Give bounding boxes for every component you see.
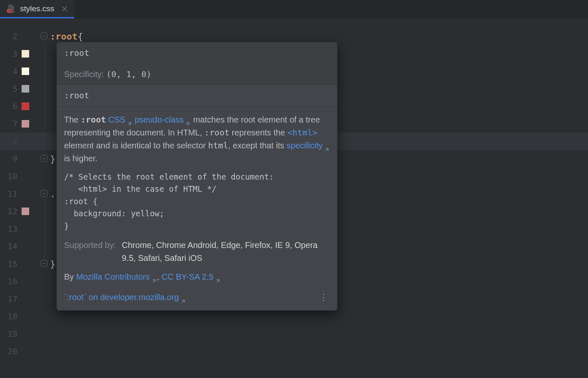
license-link[interactable]: CC BY-SA 2.5 (162, 272, 221, 281)
external-link-icon (151, 275, 157, 280)
byline: By Mozilla Contributors, CC BY-SA 2.5 (64, 270, 330, 283)
color-swatch[interactable] (22, 120, 29, 128)
tab-filename: styles.css (20, 4, 54, 13)
mdn-doc-link[interactable]: `:root` on developer.mozilla.org (64, 291, 186, 304)
line-number: 16 (4, 276, 17, 286)
line-number: 10 (4, 171, 17, 181)
line-number: 13 (4, 224, 17, 234)
line-number: 9 (4, 154, 17, 164)
supported-row: Supported by: Chrome, Chrome Android, Ed… (64, 239, 330, 265)
popup-heading: :root (57, 85, 337, 107)
line-number: 5 (4, 84, 17, 94)
line-number: 4 (4, 66, 17, 76)
documentation-popup: :root Specificity: (0, 1, 0) :root The :… (57, 42, 337, 310)
popup-code-example: /* Selects the root element of the docum… (64, 171, 330, 232)
specificity-label: Specificity: (64, 70, 104, 79)
specificity-value: (0, 1, 0) (106, 69, 151, 79)
line-number: 19 (4, 329, 17, 339)
supported-list: Chrome, Chrome Android, Edge, Firefox, I… (122, 239, 330, 265)
external-link-icon (127, 118, 132, 123)
line-number: 17 (4, 294, 17, 304)
doc-link-row: `:root` on developer.mozilla.org ⋮ (64, 289, 330, 306)
line-number: 2 (4, 31, 17, 41)
svg-text:CSS: CSS (8, 10, 13, 12)
color-swatch[interactable] (22, 50, 29, 58)
popup-selector-title: :root (57, 42, 337, 64)
line-number: 3 (4, 49, 17, 59)
line-number: 6 (4, 101, 17, 111)
popup-specificity-row: Specificity: (0, 1, 0) (57, 64, 337, 85)
fold-column: − − − − (38, 18, 50, 378)
color-swatch[interactable] (22, 103, 29, 110)
line-number: 7 (4, 119, 17, 129)
css-link[interactable]: CSS (108, 115, 132, 124)
tab-styles-css[interactable]: CSS styles.css (0, 0, 74, 18)
popup-body: The :root CSS pseudo-class matches the r… (57, 107, 337, 310)
more-menu-icon[interactable]: ⋮ (319, 293, 330, 302)
pseudo-class-link[interactable]: pseudo-class (135, 115, 191, 124)
specificity-link[interactable]: specificity (287, 141, 330, 150)
code-token-dot: . (50, 189, 55, 199)
fold-handle[interactable]: − (41, 155, 47, 162)
external-link-icon (215, 275, 221, 280)
fold-handle[interactable]: − (41, 260, 47, 267)
code-token-brace: } (50, 259, 55, 269)
line-number: 12 (4, 206, 17, 216)
code-token-brace: { (77, 31, 83, 42)
tab-bar: CSS styles.css (0, 0, 588, 18)
external-link-icon (185, 118, 191, 123)
gutter: 2 3 4 5 6 7 8 9 10 11 12 13 14 15 16 17 … (0, 18, 38, 378)
line-number: 11 (4, 189, 17, 199)
popup-description: The :root CSS pseudo-class matches the r… (64, 113, 330, 165)
code-token-brace: } (50, 154, 55, 164)
code-token-selector: :root (50, 31, 77, 42)
external-link-icon (324, 143, 330, 149)
line-number: 20 (4, 346, 17, 356)
line-number: 18 (4, 311, 17, 321)
mozilla-contributors-link[interactable]: Mozilla Contributors (76, 272, 157, 281)
line-number: 14 (4, 241, 17, 251)
line-number: 15 (4, 259, 17, 269)
close-icon[interactable] (61, 5, 68, 13)
css-file-icon: CSS (6, 4, 16, 14)
supported-label: Supported by: (64, 239, 116, 252)
color-swatch[interactable] (22, 85, 29, 93)
fold-handle[interactable]: − (41, 190, 47, 197)
html-element-link[interactable]: <html> (287, 128, 317, 138)
external-link-icon (180, 295, 186, 301)
color-swatch[interactable] (22, 208, 29, 215)
fold-handle[interactable]: − (41, 33, 47, 39)
color-swatch[interactable] (22, 68, 29, 75)
